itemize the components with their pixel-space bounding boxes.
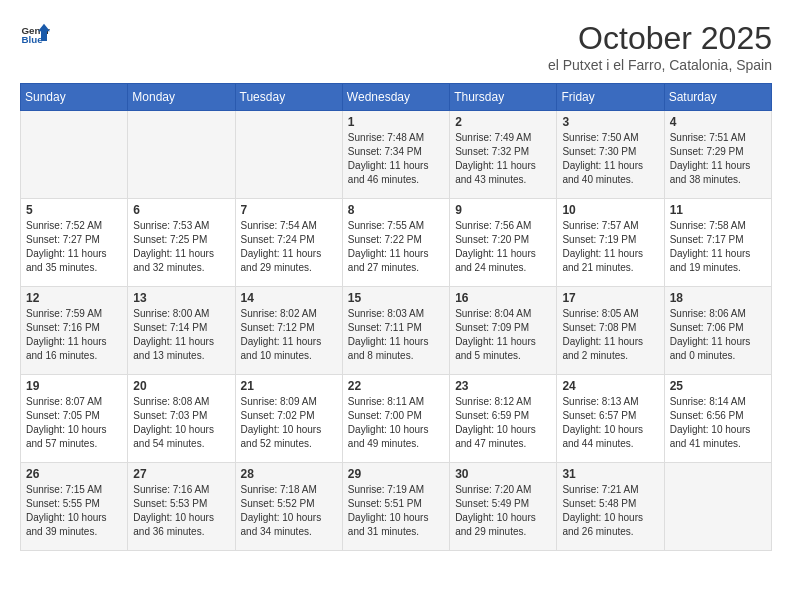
empty-cell <box>664 463 771 551</box>
day-content: Sunrise: 7:21 AM Sunset: 5:48 PM Dayligh… <box>562 483 658 539</box>
day-content: Sunrise: 7:18 AM Sunset: 5:52 PM Dayligh… <box>241 483 337 539</box>
week-row-3: 12Sunrise: 7:59 AM Sunset: 7:16 PM Dayli… <box>21 287 772 375</box>
day-cell-5: 5Sunrise: 7:52 AM Sunset: 7:27 PM Daylig… <box>21 199 128 287</box>
day-content: Sunrise: 8:08 AM Sunset: 7:03 PM Dayligh… <box>133 395 229 451</box>
day-cell-17: 17Sunrise: 8:05 AM Sunset: 7:08 PM Dayli… <box>557 287 664 375</box>
day-cell-28: 28Sunrise: 7:18 AM Sunset: 5:52 PM Dayli… <box>235 463 342 551</box>
day-number: 31 <box>562 467 658 481</box>
day-content: Sunrise: 8:06 AM Sunset: 7:06 PM Dayligh… <box>670 307 766 363</box>
day-header-wednesday: Wednesday <box>342 84 449 111</box>
day-header-tuesday: Tuesday <box>235 84 342 111</box>
day-header-thursday: Thursday <box>450 84 557 111</box>
day-content: Sunrise: 8:09 AM Sunset: 7:02 PM Dayligh… <box>241 395 337 451</box>
month-title: October 2025 <box>548 20 772 57</box>
page-header: General Blue October 2025 el Putxet i el… <box>20 20 772 73</box>
day-cell-14: 14Sunrise: 8:02 AM Sunset: 7:12 PM Dayli… <box>235 287 342 375</box>
day-number: 10 <box>562 203 658 217</box>
logo-icon: General Blue <box>20 20 50 50</box>
day-cell-7: 7Sunrise: 7:54 AM Sunset: 7:24 PM Daylig… <box>235 199 342 287</box>
day-content: Sunrise: 8:07 AM Sunset: 7:05 PM Dayligh… <box>26 395 122 451</box>
day-cell-23: 23Sunrise: 8:12 AM Sunset: 6:59 PM Dayli… <box>450 375 557 463</box>
day-number: 27 <box>133 467 229 481</box>
day-content: Sunrise: 7:58 AM Sunset: 7:17 PM Dayligh… <box>670 219 766 275</box>
day-cell-4: 4Sunrise: 7:51 AM Sunset: 7:29 PM Daylig… <box>664 111 771 199</box>
day-content: Sunrise: 7:20 AM Sunset: 5:49 PM Dayligh… <box>455 483 551 539</box>
day-number: 5 <box>26 203 122 217</box>
day-header-saturday: Saturday <box>664 84 771 111</box>
day-cell-20: 20Sunrise: 8:08 AM Sunset: 7:03 PM Dayli… <box>128 375 235 463</box>
empty-cell <box>235 111 342 199</box>
day-content: Sunrise: 8:02 AM Sunset: 7:12 PM Dayligh… <box>241 307 337 363</box>
day-cell-27: 27Sunrise: 7:16 AM Sunset: 5:53 PM Dayli… <box>128 463 235 551</box>
day-number: 25 <box>670 379 766 393</box>
week-row-1: 1Sunrise: 7:48 AM Sunset: 7:34 PM Daylig… <box>21 111 772 199</box>
svg-text:Blue: Blue <box>22 34 44 45</box>
day-content: Sunrise: 7:19 AM Sunset: 5:51 PM Dayligh… <box>348 483 444 539</box>
day-number: 12 <box>26 291 122 305</box>
location: el Putxet i el Farro, Catalonia, Spain <box>548 57 772 73</box>
day-cell-15: 15Sunrise: 8:03 AM Sunset: 7:11 PM Dayli… <box>342 287 449 375</box>
day-cell-3: 3Sunrise: 7:50 AM Sunset: 7:30 PM Daylig… <box>557 111 664 199</box>
day-cell-9: 9Sunrise: 7:56 AM Sunset: 7:20 PM Daylig… <box>450 199 557 287</box>
day-number: 14 <box>241 291 337 305</box>
day-content: Sunrise: 7:48 AM Sunset: 7:34 PM Dayligh… <box>348 131 444 187</box>
day-content: Sunrise: 7:53 AM Sunset: 7:25 PM Dayligh… <box>133 219 229 275</box>
day-header-sunday: Sunday <box>21 84 128 111</box>
day-number: 16 <box>455 291 551 305</box>
day-number: 28 <box>241 467 337 481</box>
day-cell-13: 13Sunrise: 8:00 AM Sunset: 7:14 PM Dayli… <box>128 287 235 375</box>
day-content: Sunrise: 8:04 AM Sunset: 7:09 PM Dayligh… <box>455 307 551 363</box>
empty-cell <box>21 111 128 199</box>
day-cell-1: 1Sunrise: 7:48 AM Sunset: 7:34 PM Daylig… <box>342 111 449 199</box>
day-content: Sunrise: 7:15 AM Sunset: 5:55 PM Dayligh… <box>26 483 122 539</box>
day-content: Sunrise: 8:14 AM Sunset: 6:56 PM Dayligh… <box>670 395 766 451</box>
day-number: 2 <box>455 115 551 129</box>
day-content: Sunrise: 7:59 AM Sunset: 7:16 PM Dayligh… <box>26 307 122 363</box>
day-cell-2: 2Sunrise: 7:49 AM Sunset: 7:32 PM Daylig… <box>450 111 557 199</box>
day-number: 9 <box>455 203 551 217</box>
day-content: Sunrise: 8:05 AM Sunset: 7:08 PM Dayligh… <box>562 307 658 363</box>
day-cell-26: 26Sunrise: 7:15 AM Sunset: 5:55 PM Dayli… <box>21 463 128 551</box>
day-number: 15 <box>348 291 444 305</box>
day-content: Sunrise: 7:52 AM Sunset: 7:27 PM Dayligh… <box>26 219 122 275</box>
day-content: Sunrise: 7:56 AM Sunset: 7:20 PM Dayligh… <box>455 219 551 275</box>
day-content: Sunrise: 8:03 AM Sunset: 7:11 PM Dayligh… <box>348 307 444 363</box>
day-content: Sunrise: 7:50 AM Sunset: 7:30 PM Dayligh… <box>562 131 658 187</box>
calendar-table: SundayMondayTuesdayWednesdayThursdayFrid… <box>20 83 772 551</box>
day-number: 22 <box>348 379 444 393</box>
day-cell-6: 6Sunrise: 7:53 AM Sunset: 7:25 PM Daylig… <box>128 199 235 287</box>
day-number: 20 <box>133 379 229 393</box>
day-number: 11 <box>670 203 766 217</box>
day-cell-10: 10Sunrise: 7:57 AM Sunset: 7:19 PM Dayli… <box>557 199 664 287</box>
day-cell-31: 31Sunrise: 7:21 AM Sunset: 5:48 PM Dayli… <box>557 463 664 551</box>
day-content: Sunrise: 7:51 AM Sunset: 7:29 PM Dayligh… <box>670 131 766 187</box>
day-number: 29 <box>348 467 444 481</box>
day-number: 24 <box>562 379 658 393</box>
day-number: 8 <box>348 203 444 217</box>
day-number: 4 <box>670 115 766 129</box>
day-cell-16: 16Sunrise: 8:04 AM Sunset: 7:09 PM Dayli… <box>450 287 557 375</box>
title-block: October 2025 el Putxet i el Farro, Catal… <box>548 20 772 73</box>
day-number: 19 <box>26 379 122 393</box>
day-header-friday: Friday <box>557 84 664 111</box>
day-content: Sunrise: 7:16 AM Sunset: 5:53 PM Dayligh… <box>133 483 229 539</box>
day-cell-29: 29Sunrise: 7:19 AM Sunset: 5:51 PM Dayli… <box>342 463 449 551</box>
day-content: Sunrise: 8:12 AM Sunset: 6:59 PM Dayligh… <box>455 395 551 451</box>
day-content: Sunrise: 7:55 AM Sunset: 7:22 PM Dayligh… <box>348 219 444 275</box>
day-number: 17 <box>562 291 658 305</box>
day-cell-30: 30Sunrise: 7:20 AM Sunset: 5:49 PM Dayli… <box>450 463 557 551</box>
day-cell-21: 21Sunrise: 8:09 AM Sunset: 7:02 PM Dayli… <box>235 375 342 463</box>
day-cell-12: 12Sunrise: 7:59 AM Sunset: 7:16 PM Dayli… <box>21 287 128 375</box>
day-number: 30 <box>455 467 551 481</box>
day-content: Sunrise: 8:11 AM Sunset: 7:00 PM Dayligh… <box>348 395 444 451</box>
day-content: Sunrise: 7:57 AM Sunset: 7:19 PM Dayligh… <box>562 219 658 275</box>
empty-cell <box>128 111 235 199</box>
day-content: Sunrise: 7:54 AM Sunset: 7:24 PM Dayligh… <box>241 219 337 275</box>
day-cell-22: 22Sunrise: 8:11 AM Sunset: 7:00 PM Dayli… <box>342 375 449 463</box>
day-number: 1 <box>348 115 444 129</box>
day-number: 18 <box>670 291 766 305</box>
day-cell-8: 8Sunrise: 7:55 AM Sunset: 7:22 PM Daylig… <box>342 199 449 287</box>
day-cell-18: 18Sunrise: 8:06 AM Sunset: 7:06 PM Dayli… <box>664 287 771 375</box>
day-number: 26 <box>26 467 122 481</box>
day-content: Sunrise: 7:49 AM Sunset: 7:32 PM Dayligh… <box>455 131 551 187</box>
